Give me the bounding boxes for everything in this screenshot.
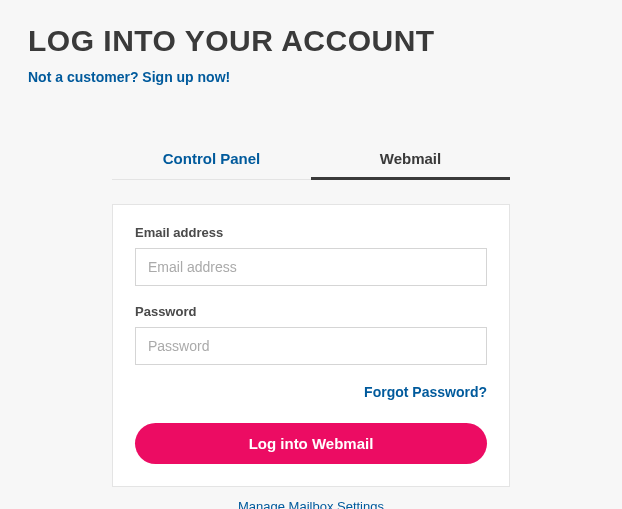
email-field-group: Email address xyxy=(135,225,487,286)
signup-link[interactable]: Not a customer? Sign up now! xyxy=(28,69,230,85)
email-input[interactable] xyxy=(135,248,487,286)
password-label: Password xyxy=(135,304,487,319)
tabs-container: Control Panel Webmail xyxy=(28,140,594,180)
login-button[interactable]: Log into Webmail xyxy=(135,423,487,464)
page-title: LOG INTO YOUR ACCOUNT xyxy=(28,24,594,58)
password-field-group: Password xyxy=(135,304,487,365)
panel-wrapper: Email address Password Forgot Password? … xyxy=(28,204,594,509)
login-panel: Email address Password Forgot Password? … xyxy=(112,204,510,487)
password-input[interactable] xyxy=(135,327,487,365)
forgot-password-link[interactable]: Forgot Password? xyxy=(364,384,487,400)
forgot-row: Forgot Password? xyxy=(135,383,487,401)
email-label: Email address xyxy=(135,225,487,240)
manage-row: Manage Mailbox Settings xyxy=(112,497,510,509)
tabs: Control Panel Webmail xyxy=(112,140,510,180)
tab-control-panel[interactable]: Control Panel xyxy=(112,140,311,179)
manage-mailbox-link[interactable]: Manage Mailbox Settings xyxy=(238,499,384,509)
tab-webmail[interactable]: Webmail xyxy=(311,140,510,179)
